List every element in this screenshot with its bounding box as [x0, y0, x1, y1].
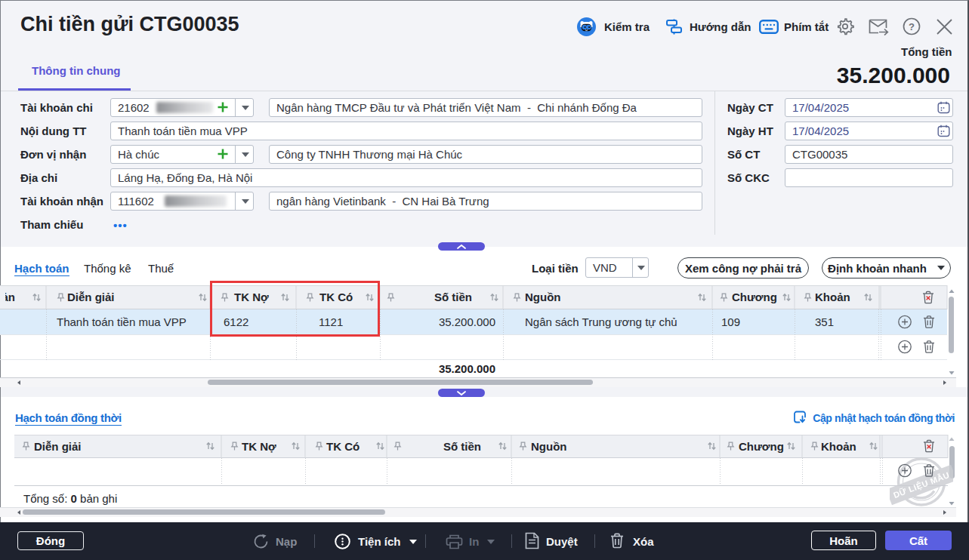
svg-text:?: ? — [909, 21, 915, 32]
